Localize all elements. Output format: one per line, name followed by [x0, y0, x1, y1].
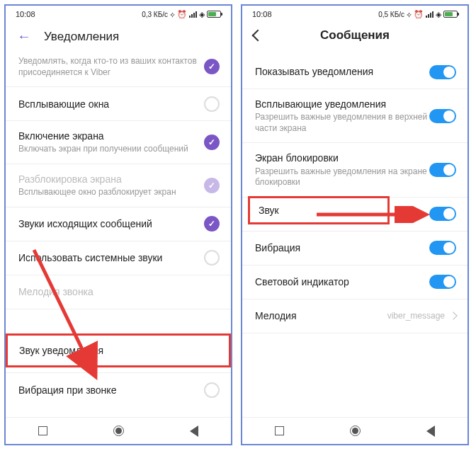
toggle-on-icon[interactable]: [429, 163, 456, 177]
status-bar: 10:08 0,3 КБ/с ⟡ ⏰ ◈: [6, 6, 231, 21]
item-ringtone: Мелодия звонка: [6, 275, 231, 309]
toggle-on-icon[interactable]: [429, 109, 456, 123]
battery-icon: [443, 11, 458, 18]
nav-bar: [242, 417, 468, 444]
status-time: 10:08: [252, 10, 272, 18]
header: Сообщения: [242, 21, 468, 50]
radio-checked-icon[interactable]: [204, 59, 220, 74]
item-system-sounds[interactable]: Использовать системные звуки: [6, 241, 231, 275]
nav-bar: [6, 417, 231, 444]
nav-recents-icon[interactable]: [38, 426, 47, 435]
item-lock-screen[interactable]: Экран блокировкиРазрешить важные уведомл…: [242, 143, 468, 197]
signal-icon: [189, 11, 197, 18]
radio-unchecked-icon[interactable]: [204, 382, 220, 398]
item-melody[interactable]: Мелодия viber_message: [242, 299, 468, 333]
status-icons: 0,5 КБ/с ⟡ ⏰ ◈: [378, 10, 458, 19]
settings-list: Показывать уведомления Всплывающие уведо…: [242, 50, 468, 417]
signal-icon: [426, 11, 434, 18]
nav-back-icon[interactable]: [426, 426, 435, 437]
back-arrow-icon[interactable]: ←: [17, 28, 31, 45]
back-chevron-icon[interactable]: [252, 30, 264, 42]
battery-icon: [207, 11, 221, 18]
item-popup-notifications[interactable]: Всплывающие уведомленияРазрешить важные …: [242, 89, 468, 143]
status-bar: 10:08 0,5 КБ/с ⟡ ⏰ ◈: [242, 6, 468, 21]
bluetooth-icon: ⟡: [170, 10, 175, 19]
nav-back-icon[interactable]: [190, 426, 198, 437]
toggle-on-icon[interactable]: [429, 65, 456, 79]
bluetooth-icon: ⟡: [407, 10, 412, 19]
alarm-icon: ⏰: [177, 10, 187, 19]
item-popup-windows[interactable]: Всплывающие окна: [6, 87, 231, 121]
item-unlock-screen: Разблокировка экранаВсплывающее окно раз…: [6, 164, 231, 207]
sound-highlight-box: Звук: [248, 196, 390, 224]
radio-unchecked-icon[interactable]: [204, 96, 220, 112]
item-sound[interactable]: Звук .: [242, 198, 468, 232]
item-screen-on[interactable]: Включение экранаВключать экран при получ…: [6, 121, 231, 164]
radio-unchecked-icon[interactable]: [204, 250, 220, 266]
item-show-notifications[interactable]: Показывать уведомления: [242, 55, 468, 89]
item-notification-sound-highlighted[interactable]: Звук уведомления: [6, 333, 231, 367]
nav-home-icon[interactable]: [113, 426, 124, 436]
item-light-indicator[interactable]: Световой индикатор: [242, 266, 468, 299]
wifi-icon: ◈: [199, 10, 205, 19]
data-rate: 0,3 КБ/с: [142, 11, 168, 18]
item-vibration[interactable]: Вибрация: [242, 232, 468, 266]
toggle-on-icon[interactable]: [429, 207, 456, 221]
item-outgoing-sounds[interactable]: Звуки исходящих сообщений: [6, 207, 231, 241]
settings-list: Уведомлять, когда кто-то из ваших контак…: [6, 52, 231, 417]
melody-value: viber_message: [387, 311, 445, 321]
radio-checked-icon[interactable]: [204, 216, 220, 232]
radio-checked-disabled-icon: [204, 178, 220, 193]
phone-left-notifications: 10:08 0,3 КБ/с ⟡ ⏰ ◈ ← Уведомления Уведо…: [4, 4, 232, 445]
chevron-right-icon: [449, 312, 457, 320]
nav-recents-icon[interactable]: [275, 426, 284, 435]
nav-home-icon[interactable]: [350, 426, 361, 436]
radio-checked-icon[interactable]: [204, 135, 220, 150]
item-contact-joined[interactable]: Уведомлять, когда кто-то из ваших контак…: [6, 52, 231, 87]
status-icons: 0,3 КБ/с ⟡ ⏰ ◈: [142, 10, 221, 19]
data-rate: 0,5 КБ/с: [378, 11, 404, 18]
page-title: Сообщения: [275, 28, 435, 42]
wifi-icon: ◈: [436, 10, 441, 19]
item-vibrate-on-call[interactable]: Вибрация при звонке: [6, 373, 231, 407]
toggle-on-icon[interactable]: [429, 241, 456, 255]
phone-right-messages: 10:08 0,5 КБ/с ⟡ ⏰ ◈ Сообщения Показыват…: [241, 4, 469, 445]
alarm-icon: ⏰: [414, 10, 424, 19]
header: ← Уведомления: [6, 21, 231, 52]
page-title: Уведомления: [44, 30, 119, 44]
status-time: 10:08: [16, 10, 35, 18]
toggle-on-icon[interactable]: [429, 275, 456, 289]
